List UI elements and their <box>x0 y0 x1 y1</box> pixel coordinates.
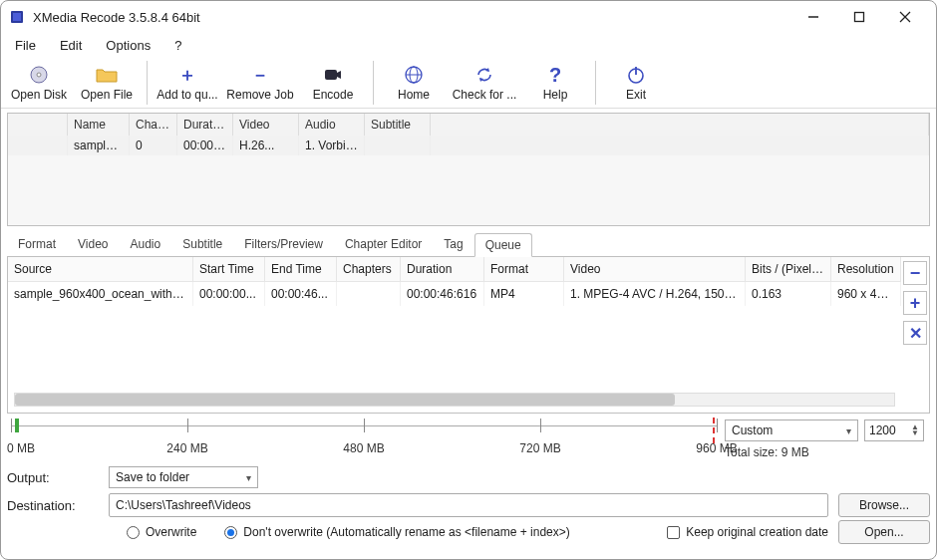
title-bar: XMedia Recode 3.5.8.4 64bit <box>1 1 936 33</box>
chevron-down-icon: ▾ <box>246 472 251 483</box>
col-blank[interactable] <box>8 114 68 136</box>
qcol-format[interactable]: Format <box>484 257 564 282</box>
cell-duration: 00:00:46 <box>177 136 233 155</box>
qcol-bits[interactable]: Bits / (Pixel*... <box>746 257 831 282</box>
dont-overwrite-radio[interactable]: Don't overwrite (Automatically rename as… <box>224 525 569 539</box>
keep-date-label: Keep original creation date <box>686 525 828 539</box>
queue-remove-button[interactable]: − <box>903 261 927 285</box>
total-size-label: Total size: 9 MB <box>725 445 924 459</box>
encode-button[interactable]: Encode <box>299 59 367 107</box>
col-video[interactable]: Video <box>233 114 299 136</box>
ruler-start-marker[interactable] <box>15 419 19 432</box>
minimize-button[interactable] <box>790 2 836 32</box>
cell-chapter: 0 <box>130 136 177 155</box>
spinner-arrows-icon: ▲▼ <box>911 424 919 436</box>
destination-input[interactable]: C:\Users\Tashreef\Videos <box>109 493 828 517</box>
chevron-down-icon: ▾ <box>846 425 851 436</box>
dont-overwrite-label: Don't overwrite (Automatically rename as… <box>243 525 569 539</box>
queue-row[interactable]: sample_960x400_ocean_with_... 00:00:00..… <box>8 282 901 306</box>
camera-icon <box>323 64 343 86</box>
overwrite-radio[interactable]: Overwrite <box>127 525 196 539</box>
qcell-format: MP4 <box>484 282 564 306</box>
menu-help[interactable]: ? <box>164 36 191 55</box>
cell-video: H.26... <box>233 136 299 155</box>
open-button[interactable]: Open... <box>838 520 930 544</box>
queue-clear-button[interactable]: ✕ <box>903 321 927 345</box>
remove-job-button[interactable]: － Remove Job <box>221 59 299 107</box>
qcol-start[interactable]: Start Time <box>193 257 265 282</box>
help-button[interactable]: ? Help <box>521 59 589 107</box>
cell-subtitle <box>365 136 431 155</box>
qcol-chapters[interactable]: Chapters <box>337 257 401 282</box>
qcol-source[interactable]: Source <box>8 257 193 282</box>
ruler-limit-marker <box>713 418 715 443</box>
col-chapter[interactable]: Chapt... <box>130 114 177 136</box>
home-button[interactable]: Home <box>380 59 448 107</box>
tab-filters[interactable]: Filters/Preview <box>233 232 334 256</box>
tabs: Format Video Audio Subtitle Filters/Prev… <box>7 232 930 256</box>
col-duration[interactable]: Duration <box>177 114 233 136</box>
tick-2: 480 MB <box>343 441 384 455</box>
output-section: Output: Save to folder ▾ Destination: C:… <box>7 463 930 545</box>
svg-rect-8 <box>325 70 337 80</box>
maximize-button[interactable] <box>836 2 882 32</box>
file-list-row[interactable]: sample_9... 0 00:00:46 H.26... 1. Vorbis… <box>8 136 929 155</box>
tab-subtitle[interactable]: Subtitle <box>171 232 233 256</box>
radio-checked-icon <box>224 526 237 539</box>
tab-chapter-editor[interactable]: Chapter Editor <box>334 232 433 256</box>
output-label: Output: <box>7 470 99 485</box>
tab-tag[interactable]: Tag <box>433 232 473 256</box>
size-value-spinner[interactable]: 1200 ▲▼ <box>864 420 924 441</box>
tab-format[interactable]: Format <box>7 232 67 256</box>
size-value: 1200 <box>869 423 896 437</box>
queue-horizontal-scrollbar[interactable] <box>14 393 895 407</box>
open-disk-button[interactable]: Open Disk <box>5 59 73 107</box>
output-mode-value: Save to folder <box>116 470 189 484</box>
queue-add-button[interactable]: + <box>903 291 927 315</box>
refresh-icon <box>474 64 494 86</box>
open-file-button[interactable]: Open File <box>73 59 141 107</box>
keep-date-checkbox[interactable]: Keep original creation date <box>667 525 828 539</box>
qcol-video[interactable]: Video <box>564 257 746 282</box>
qcol-end[interactable]: End Time <box>265 257 337 282</box>
qcell-source: sample_960x400_ocean_with_... <box>8 282 193 306</box>
cell-name: sample_9... <box>68 136 130 155</box>
tab-video[interactable]: Video <box>67 232 119 256</box>
menu-options[interactable]: Options <box>96 36 160 55</box>
tick-3: 720 MB <box>519 441 560 455</box>
col-subtitle[interactable]: Subtitle <box>365 114 431 136</box>
tab-queue[interactable]: Queue <box>474 233 532 257</box>
size-ruler: 0 MB 240 MB 480 MB 720 MB 960 MB Custom … <box>7 420 930 461</box>
add-to-queue-button[interactable]: ＋ Add to qu... <box>154 59 221 107</box>
qcol-resolution[interactable]: Resolution <box>831 257 901 282</box>
window-title: XMedia Recode 3.5.8.4 64bit <box>33 10 200 25</box>
qcol-duration[interactable]: Duration <box>401 257 484 282</box>
qcell-bits: 0.163 <box>746 282 831 306</box>
destination-label: Destination: <box>7 498 99 513</box>
globe-icon <box>404 64 424 86</box>
close-button[interactable] <box>882 2 928 32</box>
output-mode-select[interactable]: Save to folder ▾ <box>109 466 258 488</box>
col-name[interactable]: Name <box>68 114 130 136</box>
qcell-end: 00:00:46... <box>265 282 337 306</box>
check-updates-button[interactable]: Check for ... <box>448 59 521 107</box>
menu-file[interactable]: File <box>5 36 46 55</box>
exit-button[interactable]: Exit <box>602 59 670 107</box>
destination-value: C:\Users\Tashreef\Videos <box>116 498 251 512</box>
qcell-start: 00:00:00... <box>193 282 265 306</box>
menu-edit[interactable]: Edit <box>50 36 92 55</box>
plus-icon: ＋ <box>178 64 196 86</box>
size-mode-select[interactable]: Custom ▾ <box>725 420 858 441</box>
ruler-axis[interactable] <box>11 425 717 441</box>
tab-audio[interactable]: Audio <box>120 232 172 256</box>
checkbox-unchecked-icon <box>667 526 680 539</box>
qcell-resolution: 960 x 400 ( 2.400000 ) <box>831 282 901 306</box>
browse-button[interactable]: Browse... <box>838 493 930 517</box>
overwrite-label: Overwrite <box>146 525 196 539</box>
col-audio[interactable]: Audio <box>299 114 365 136</box>
file-list-header: Name Chapt... Duration Video Audio Subti… <box>8 114 929 136</box>
tick-0: 0 MB <box>7 441 35 455</box>
queue-side-buttons: − + ✕ <box>901 257 929 413</box>
question-icon: ? <box>549 64 561 86</box>
tick-1: 240 MB <box>166 441 207 455</box>
